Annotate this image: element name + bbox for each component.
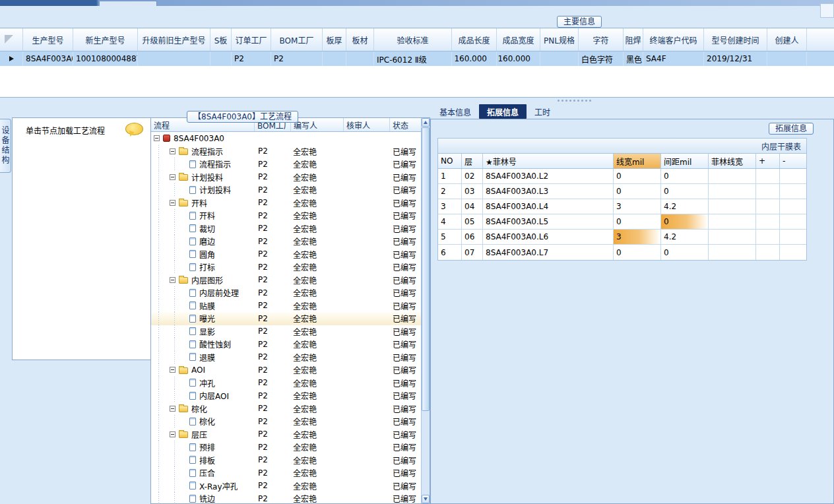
flow-node-cell[interactable]: 冲孔 <box>151 377 255 390</box>
detail-col-header-layer[interactable]: 层 <box>462 154 483 168</box>
flow-tree-row[interactable]: 酸性蚀刻P2全宏艳已编写 <box>151 338 421 351</box>
flow-cell-status[interactable]: 已编写 <box>390 389 421 402</box>
flow-cell-writer[interactable]: 全宏艳 <box>291 235 344 248</box>
flow-cell-reviewer[interactable] <box>344 363 390 377</box>
flow-cell-writer[interactable]: 全宏艳 <box>291 377 344 390</box>
flow-cell-writer[interactable]: 全宏艳 <box>291 261 344 274</box>
detail-col-header-gap[interactable]: 间距mil <box>661 154 709 168</box>
flow-node-cell[interactable]: X-Ray冲孔 <box>151 480 255 493</box>
main-grid-cell[interactable]: 10010800048870 <box>73 51 138 66</box>
flow-cell-writer[interactable]: 全宏艳 <box>291 145 344 158</box>
flow-cell-status[interactable]: 已编写 <box>390 466 421 480</box>
main-grid-cell[interactable] <box>540 51 579 66</box>
flow-cell-reviewer[interactable] <box>344 377 390 390</box>
detail-cell-gap[interactable]: 0 <box>661 214 709 229</box>
flow-cell-writer[interactable]: 全宏艳 <box>291 209 344 222</box>
flow-node-cell[interactable]: 开料 <box>151 209 255 222</box>
flow-cell-reviewer[interactable] <box>344 261 390 274</box>
flow-cell-bom-factory[interactable]: P2 <box>255 312 291 325</box>
main-grid-col-header[interactable]: 订单工厂 <box>232 28 271 51</box>
detail-cell-film[interactable]: 8SA4F003A0.L6 <box>483 230 614 244</box>
detail-col-header-line_width[interactable]: 线宽mil <box>614 154 661 168</box>
flow-node-cell[interactable]: 棕化 <box>151 402 255 416</box>
flow-tree-row[interactable]: 退膜P2全宏艳已编写 <box>151 351 421 364</box>
flow-node-cell[interactable]: 层压 <box>151 428 255 441</box>
flow-cell-status[interactable]: 已编写 <box>390 338 421 351</box>
detail-cell-gap[interactable]: 0 <box>661 184 709 199</box>
flow-node-cell[interactable]: 内层图形 <box>151 274 255 287</box>
flow-cell-writer[interactable]: 全宏艳 <box>291 415 344 428</box>
flow-cell-reviewer[interactable] <box>344 312 390 325</box>
tree-expander-icon[interactable] <box>170 174 176 180</box>
detail-cell-film[interactable]: 8SA4F003A0.L5 <box>483 214 614 229</box>
flow-node-cell[interactable]: 贴膜 <box>151 299 255 313</box>
flow-cell-bom-factory[interactable]: P2 <box>255 338 291 351</box>
flow-cell-bom-factory[interactable]: P2 <box>255 222 291 236</box>
flow-cell-bom-factory[interactable]: P2 <box>255 286 291 299</box>
flow-cell-writer[interactable]: 全宏艳 <box>291 338 344 351</box>
flow-cell-reviewer[interactable] <box>344 402 390 416</box>
tree-expander-icon[interactable] <box>170 367 176 373</box>
flow-cell-writer[interactable]: 全宏艳 <box>291 492 344 503</box>
main-grid-cell[interactable]: 黑色 <box>624 51 643 66</box>
flow-cell-status[interactable]: 已编写 <box>390 286 421 299</box>
flow-node-cell[interactable]: 圆角 <box>151 248 255 261</box>
main-grid-cell[interactable]: 2019/12/31 <box>704 51 767 66</box>
detail-cell-film[interactable]: 8SA4F003A0.L4 <box>483 199 614 214</box>
flow-node-cell[interactable]: 酸性蚀刻 <box>151 338 255 351</box>
flow-cell-writer[interactable]: 全宏艳 <box>291 325 344 338</box>
flow-cell-bom-factory[interactable]: P2 <box>255 171 291 184</box>
flow-cell-bom-factory[interactable]: P2 <box>255 466 291 480</box>
flow-cell-bom-factory[interactable]: P2 <box>255 351 291 364</box>
splitter-grip-icon[interactable] <box>558 100 591 102</box>
flow-cell-status[interactable]: 已编写 <box>390 171 421 184</box>
flow-cell-status[interactable]: 已编写 <box>390 325 421 338</box>
flow-cell-status[interactable]: 已编写 <box>390 158 421 171</box>
detail-cell-minus[interactable] <box>780 184 806 199</box>
detail-table-row[interactable]: 2038SA4F003A0.L300 <box>438 184 806 199</box>
detail-cell-line_width[interactable]: 0 <box>614 245 661 260</box>
flow-cell-writer[interactable]: 全宏艳 <box>291 428 344 441</box>
flow-node-cell[interactable]: 曝光 <box>151 312 255 325</box>
detail-table-row[interactable]: 1028SA4F003A0.L200 <box>438 169 806 184</box>
flow-cell-reviewer[interactable] <box>344 351 390 364</box>
flow-cell-bom-factory[interactable]: P2 <box>255 158 291 171</box>
flow-cell-writer[interactable]: 全宏艳 <box>291 222 344 236</box>
flow-cell-bom-factory[interactable]: P2 <box>255 274 291 287</box>
flow-cell-status[interactable]: 已编写 <box>390 428 421 441</box>
flow-cell-writer[interactable]: 全宏艳 <box>291 248 344 261</box>
flow-cell-status[interactable]: 已编写 <box>390 145 421 158</box>
flow-cell-status[interactable]: 已编写 <box>390 441 421 454</box>
flow-tree-row[interactable]: 裁切P2全宏艳已编写 <box>151 222 421 236</box>
flow-cell-reviewer[interactable] <box>344 171 390 184</box>
detail-cell-plus[interactable] <box>756 199 780 214</box>
flow-cell-writer[interactable]: 全宏艳 <box>291 312 344 325</box>
flow-cell-reviewer[interactable] <box>344 235 390 248</box>
main-grid-col-header[interactable]: 新生产型号 <box>73 28 138 51</box>
main-grid-col-header[interactable]: 成品宽度 <box>497 28 540 51</box>
detail-cell-no[interactable]: 4 <box>438 214 462 229</box>
detail-cell-film_lw[interactable] <box>709 199 756 214</box>
flow-cell-reviewer[interactable] <box>344 441 390 454</box>
flow-tree-row[interactable]: 层压P2全宏艳已编写 <box>151 428 421 441</box>
flow-node-cell[interactable]: AOI <box>151 363 255 377</box>
main-grid-col-header[interactable]: 板厚 <box>323 28 346 51</box>
detail-cell-plus[interactable] <box>756 214 780 229</box>
flow-tree-row[interactable]: 计划投料P2全宏艳已编写 <box>151 171 421 184</box>
flow-cell-reviewer[interactable] <box>344 286 390 299</box>
detail-table-row[interactable]: 3048SA4F003A0.L434.2 <box>438 199 806 214</box>
main-grid-col-header[interactable]: PNL规格 <box>540 28 579 51</box>
flow-cell-bom-factory[interactable]: P2 <box>255 183 291 197</box>
flow-tree-row[interactable]: 棕化P2全宏艳已编写 <box>151 415 421 428</box>
main-grid-cell[interactable]: P2 <box>232 51 271 66</box>
flow-cell-reviewer[interactable] <box>344 299 390 313</box>
detail-cell-line_width[interactable]: 0 <box>614 214 661 229</box>
flow-node-cell[interactable]: 退膜 <box>151 351 255 364</box>
flow-cell-bom-factory[interactable]: P2 <box>255 209 291 222</box>
flow-cell-bom-factory[interactable]: P2 <box>255 480 291 493</box>
flow-tree-row[interactable]: 磨边P2全宏艳已编写 <box>151 235 421 248</box>
main-grid-cell[interactable] <box>767 51 807 66</box>
main-grid-col-header[interactable]: 终端客户代码 <box>643 28 704 51</box>
flow-cell-writer[interactable]: 全宏艳 <box>291 402 344 416</box>
flow-node-cell[interactable]: 压合 <box>151 466 255 480</box>
